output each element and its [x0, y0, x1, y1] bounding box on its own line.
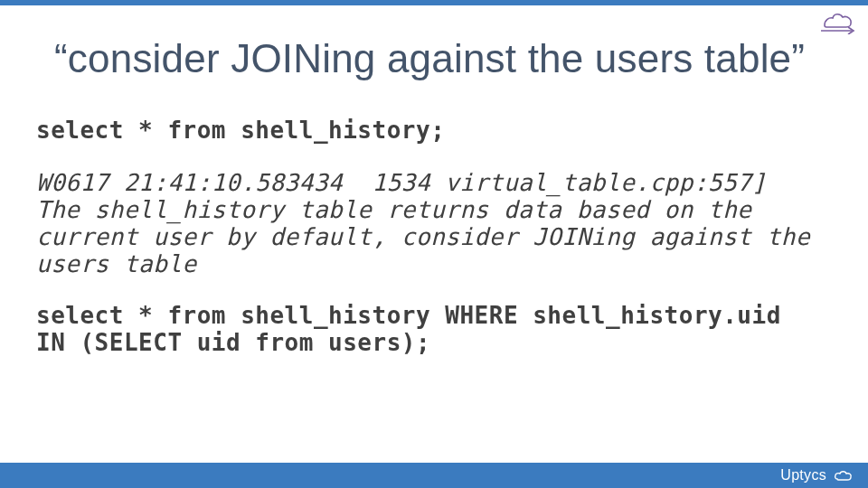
slide-title: “consider JOINing against the users tabl…	[54, 36, 832, 81]
cloud-arrow-icon	[816, 7, 857, 34]
slide-body: select * from shell_history; W0617 21:41…	[36, 117, 832, 357]
code-query-2: select * from shell_history WHERE shell_…	[36, 303, 814, 357]
code-query-1: select * from shell_history;	[36, 117, 832, 145]
brand-name: Uptycs	[780, 467, 826, 483]
log-output: W0617 21:41:10.583434 1534 virtual_table…	[36, 170, 814, 278]
top-accent-bar	[0, 0, 868, 5]
cloud-icon	[832, 468, 855, 483]
slide: “consider JOINing against the users tabl…	[0, 0, 868, 488]
footer-bar: Uptycs	[0, 463, 868, 488]
